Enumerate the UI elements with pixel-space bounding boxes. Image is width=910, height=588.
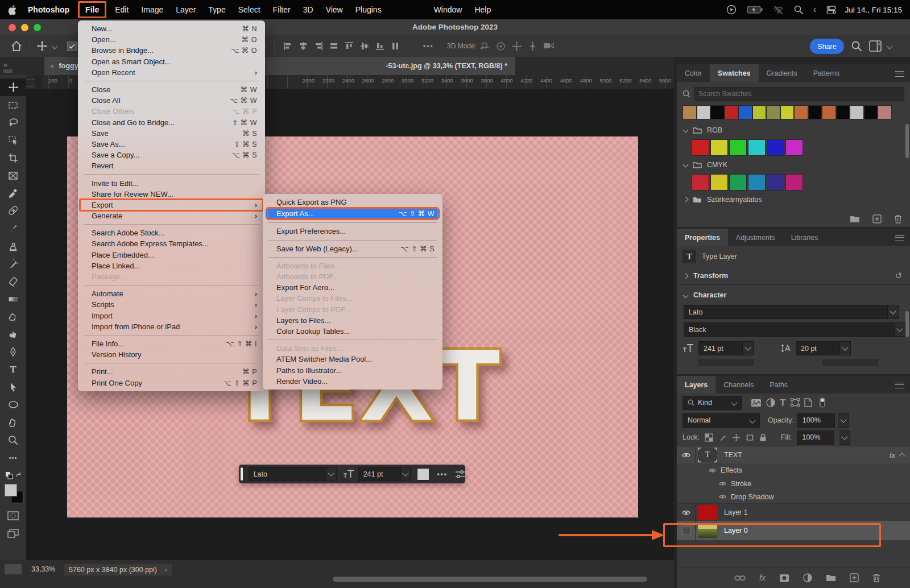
- layer-mask-icon[interactable]: [779, 574, 789, 582]
- layer-row-layer0[interactable]: Layer 0: [677, 521, 910, 540]
- chevron-down-icon[interactable]: [683, 162, 689, 168]
- lock-pixels-icon[interactable]: [718, 433, 727, 442]
- history-brush-tool[interactable]: [0, 255, 26, 272]
- filter-type-layers-icon[interactable]: T: [780, 397, 786, 408]
- align-center-h-icon[interactable]: [299, 42, 308, 51]
- menu-item[interactable]: New... ⌘ N ›: [78, 23, 265, 34]
- marquee-tool[interactable]: [0, 96, 26, 114]
- drag-handle[interactable]: [241, 467, 243, 481]
- battery-charging-icon[interactable]: [747, 6, 763, 14]
- color-swatch[interactable]: [710, 105, 725, 119]
- distribute-v-icon[interactable]: [391, 42, 400, 51]
- effects-row[interactable]: Effects: [677, 463, 910, 477]
- menu-item[interactable]: Version History ›: [78, 349, 265, 360]
- menubar-item-type[interactable]: Type: [202, 0, 231, 19]
- color-swatch[interactable]: [767, 174, 784, 191]
- tab-libraries[interactable]: Libraries: [783, 229, 826, 246]
- new-layer-icon[interactable]: [850, 573, 859, 582]
- menu-item[interactable]: Close Others ⌥ ⌘ P ›: [78, 106, 265, 117]
- color-swatch[interactable]: [710, 174, 728, 191]
- dodge-tool[interactable]: [0, 325, 26, 343]
- quick-mask-icon[interactable]: [0, 507, 26, 524]
- swatch-group-grayscale[interactable]: Szürkeárnyalatos: [677, 192, 910, 207]
- blend-mode-field[interactable]: Normal: [682, 413, 760, 428]
- menubar-item-3d[interactable]: 3D: [297, 0, 320, 19]
- tab-adjustments[interactable]: Adjustments: [728, 229, 783, 246]
- leading-dropdown[interactable]: [840, 341, 851, 355]
- menu-item[interactable]: Data Sets as Files... ›: [263, 343, 442, 354]
- menu-item[interactable]: Open... ⌘ O ›: [78, 34, 265, 45]
- lock-position-icon[interactable]: [732, 433, 741, 442]
- foreground-background-colors[interactable]: [0, 484, 26, 507]
- stroke-effect-row[interactable]: Stroke: [677, 477, 910, 490]
- hand-tool[interactable]: [0, 413, 26, 431]
- menu-item[interactable]: ›: [263, 237, 442, 243]
- auto-select-checkbox[interactable]: [67, 42, 77, 51]
- 3d-camera-icon[interactable]: [543, 41, 555, 51]
- menu-item[interactable]: Print One Copy ⌥ ⇧ ⌘ P ›: [78, 377, 265, 388]
- control-center-icon[interactable]: [826, 6, 836, 14]
- lock-all-icon[interactable]: [759, 433, 767, 442]
- menu-item[interactable]: Save As... ⇧ ⌘ S ›: [78, 139, 265, 150]
- menubar-item-view[interactable]: View: [320, 0, 349, 19]
- lock-transparency-icon[interactable]: [705, 433, 713, 442]
- align-right-icon[interactable]: [314, 42, 323, 51]
- visibility-eye-icon[interactable]: [677, 446, 696, 463]
- menubar-item-window[interactable]: Window: [428, 0, 469, 19]
- font-family-dropdown[interactable]: [888, 305, 899, 319]
- menu-item[interactable]: Quick Export as PNG ›: [263, 197, 442, 208]
- tab-patterns[interactable]: Patterns: [805, 64, 848, 82]
- 3d-roll-icon[interactable]: [495, 41, 506, 52]
- menu-item[interactable]: Layer Comps to Files... ›: [263, 293, 442, 304]
- menu-item[interactable]: Save a Copy... ⌥ ⌘ S ›: [78, 150, 265, 160]
- share-button[interactable]: Share: [810, 39, 844, 54]
- color-swatch[interactable]: [766, 105, 780, 119]
- type-tool[interactable]: T: [0, 361, 26, 378]
- chevron-right-icon[interactable]: [683, 273, 689, 279]
- workspace-icon[interactable]: [869, 40, 882, 52]
- menu-item[interactable]: Save for Web (Legacy)... ⌥ ⇧ ⌘ S ›: [263, 243, 442, 254]
- fx-badge[interactable]: fx: [890, 451, 895, 459]
- color-swatch[interactable]: [738, 105, 752, 119]
- eyedropper-tool[interactable]: [0, 184, 26, 202]
- layer-style-icon[interactable]: fx: [759, 573, 766, 582]
- menu-item[interactable]: ›: [263, 220, 442, 226]
- filter-pixel-layers-icon[interactable]: [751, 399, 762, 407]
- font-family-dropdown[interactable]: [326, 467, 337, 481]
- foreground-color-swatch[interactable]: [5, 484, 17, 496]
- menu-item[interactable]: ›: [78, 332, 265, 338]
- search-icon[interactable]: [851, 40, 862, 52]
- color-swatch[interactable]: [780, 105, 795, 119]
- font-style-dropdown[interactable]: [895, 322, 905, 337]
- tab-gradients[interactable]: Gradients: [759, 64, 805, 82]
- color-swatch[interactable]: [864, 105, 878, 119]
- color-swatch[interactable]: [710, 139, 728, 156]
- object-selection-tool[interactable]: [0, 131, 26, 149]
- font-style-field[interactable]: Black: [684, 322, 895, 337]
- 3d-slide-icon[interactable]: [527, 41, 538, 52]
- menu-item[interactable]: Color Lookup Tables... ›: [263, 326, 442, 337]
- tab-color[interactable]: Color: [677, 64, 710, 82]
- menu-item[interactable]: Automate ›: [78, 288, 265, 299]
- align-left-icon[interactable]: [283, 42, 292, 51]
- menubar-item-select[interactable]: Select: [232, 0, 267, 19]
- menu-item[interactable]: ›: [78, 78, 265, 84]
- menu-item[interactable]: ›: [78, 221, 265, 227]
- tab-layers[interactable]: Layers: [677, 376, 715, 394]
- crop-tool[interactable]: [0, 149, 26, 167]
- panel-expander-icon[interactable]: »: [3, 61, 7, 69]
- menu-item[interactable]: Export As... ⌥ ⇧ ⌘ W ›: [266, 208, 440, 219]
- lock-artboard-icon[interactable]: [746, 433, 754, 442]
- menubar-item-file[interactable]: File: [78, 1, 106, 18]
- leading-field[interactable]: 20 pt: [796, 341, 840, 355]
- menubar-item-layer[interactable]: Layer: [169, 0, 202, 19]
- image-layer-thumbnail[interactable]: [698, 523, 717, 538]
- menu-item[interactable]: Generate ›: [78, 210, 265, 221]
- opacity-dropdown[interactable]: [838, 413, 849, 428]
- filter-smart-objects-icon[interactable]: [804, 398, 812, 407]
- swatch-group-cmyk[interactable]: CMYK: [677, 158, 910, 172]
- opacity-field[interactable]: 100%: [797, 413, 835, 428]
- color-swatch[interactable]: [748, 139, 766, 156]
- character-settings-icon[interactable]: [455, 470, 465, 479]
- filter-adjustment-layers-icon[interactable]: [766, 398, 775, 407]
